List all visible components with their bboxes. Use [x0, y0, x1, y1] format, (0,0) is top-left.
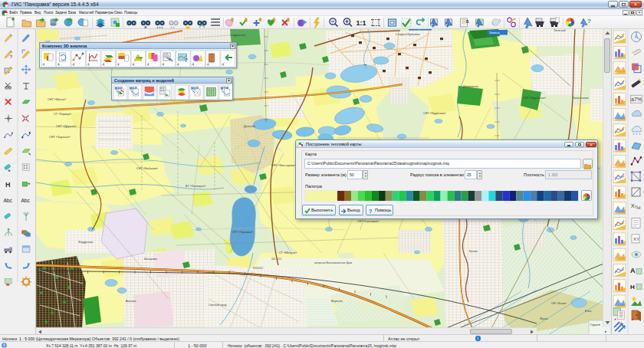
svg-text:СНТ «Заречье»: СНТ «Заречье»: [49, 136, 71, 139]
svg-text:Старая Купавна: Старая Купавна: [396, 32, 420, 36]
svg-text:СНТ «Кудиново»: СНТ «Кудиново»: [423, 112, 446, 115]
svg-text:H: H: [630, 284, 635, 291]
svg-text:a7%: a7%: [631, 97, 642, 102]
svg-text:Верхнее: Верхнее: [331, 300, 343, 303]
svg-text:СНТ «Мечта»: СНТ «Мечта»: [48, 98, 66, 101]
svg-text:ОПТ «Горками»: ОПТ «Горками»: [232, 231, 253, 234]
svg-text:СНТ «Дружба»: СНТ «Дружба»: [56, 125, 76, 128]
svg-text:Колонтаево: Колонтаево: [573, 97, 589, 100]
svg-text:?: ?: [10, 54, 13, 59]
svg-text:Дзержинец: Дзержинец: [463, 85, 478, 88]
svg-text:?: ?: [185, 57, 188, 63]
svg-text:ЕТ «Заозерье»: ЕТ «Заозерье»: [186, 185, 206, 188]
svg-text:Елка: Елка: [585, 310, 591, 313]
svg-text:Светлый город: Светлый город: [209, 304, 226, 307]
svg-text:ВЗУ Купавна: ВЗУ Купавна: [410, 29, 429, 30]
svg-text:465-7012: 465-7012: [271, 258, 282, 261]
svg-text:XY: XY: [633, 237, 639, 241]
svg-text:СНТ «Солнышко»: СНТ «Солнышко»: [357, 220, 379, 223]
svg-text:Акатово: Акатово: [126, 300, 136, 303]
svg-text:1:1: 1:1: [356, 19, 366, 27]
svg-text:СНТ «Бабанки»: СНТ «Бабанки»: [136, 167, 158, 170]
svg-text:a: a: [8, 168, 11, 172]
svg-text:СТ «Зарица»: СТ «Зарица»: [54, 113, 71, 116]
svg-text:СНТ «Белки»: СНТ «Белки»: [551, 302, 567, 305]
svg-text:Дальняя: Дальняя: [244, 125, 255, 128]
svg-text:a: a: [466, 18, 469, 24]
svg-text:H: H: [5, 181, 11, 189]
svg-text:?: ?: [587, 18, 591, 25]
svg-text:Горки ▾: Горки ▾: [590, 323, 600, 327]
svg-text:XYH: XYH: [631, 203, 640, 210]
svg-text:ЮК/0012: ЮК/0012: [253, 267, 263, 270]
svg-text:Abc: Abc: [4, 198, 13, 203]
svg-text:авторская Высоковольтные Дачи: авторская Высоковольтные Дачи: [314, 261, 352, 264]
svg-text:СТ «Мечуэл»: СТ «Мечуэл»: [279, 251, 297, 254]
svg-text:Зеленый: Зеленый: [554, 29, 566, 32]
svg-text:Жучка: Жучка: [540, 317, 548, 320]
svg-text:Федурново: Федурново: [78, 241, 93, 244]
svg-text:Ногинск: Ногинск: [71, 287, 81, 290]
svg-text:СНТ «Биссерово»: СНТ «Биссерово»: [271, 164, 296, 167]
svg-text:СНТ «Мурзинка»: СНТ «Мурзинка»: [523, 97, 546, 100]
svg-text:Бисерово: Бисерово: [144, 258, 157, 261]
svg-text:Белая: Белая: [469, 250, 478, 253]
svg-text:Сафроново: Сафроново: [230, 34, 246, 37]
svg-text:Зелено: Зелено: [489, 31, 500, 34]
svg-text:A: A: [630, 267, 636, 274]
svg-text:Abc: Abc: [21, 198, 31, 203]
svg-text:a: a: [144, 25, 147, 29]
